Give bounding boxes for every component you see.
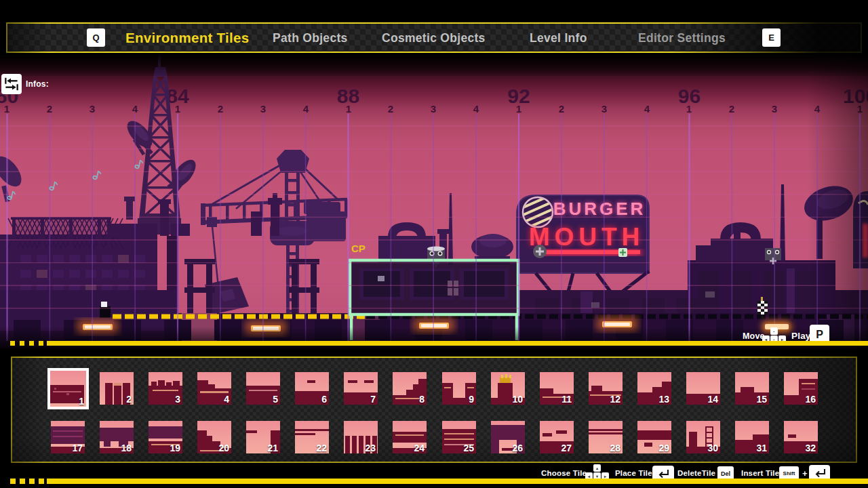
svg-text:1: 1 [4,103,9,115]
svg-text:1: 1 [686,103,692,115]
svg-text:2: 2 [388,103,393,115]
svg-text:2: 2 [218,103,223,115]
svg-text:4: 4 [644,103,650,115]
svg-text:3: 3 [772,103,777,115]
svg-text:1: 1 [516,103,521,115]
svg-text:3: 3 [601,103,607,115]
svg-text:3: 3 [90,103,95,115]
svg-text:2: 2 [559,103,564,115]
svg-text:CP: CP [351,243,366,254]
svg-text:4: 4 [132,103,138,115]
svg-text:1: 1 [175,103,180,115]
svg-text:4: 4 [473,103,479,115]
svg-text:2: 2 [47,103,52,115]
svg-text:2: 2 [729,103,734,115]
svg-text:3: 3 [260,103,266,115]
svg-text:4: 4 [303,103,309,115]
svg-text:3: 3 [431,103,436,115]
svg-text:1: 1 [346,103,351,115]
svg-text:BURGER: BURGER [553,199,646,219]
svg-text:MOUTH: MOUTH [529,223,645,251]
